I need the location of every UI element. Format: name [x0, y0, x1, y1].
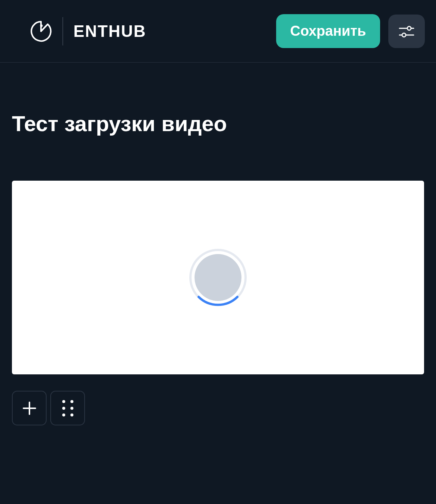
action-buttons: [12, 391, 424, 425]
svg-point-4: [402, 33, 406, 37]
brand-name: ENTHUB: [73, 22, 146, 41]
logo-container: ENTHUB: [30, 17, 146, 45]
page-title: Тест загрузки видео: [12, 111, 424, 136]
loading-spinner: [189, 248, 247, 307]
drag-dots-icon: [62, 400, 73, 416]
save-button[interactable]: Сохранить: [276, 14, 380, 48]
header-actions: Сохранить: [276, 14, 425, 48]
svg-point-0: [40, 24, 43, 27]
main-content: Тест загрузки видео: [0, 63, 436, 425]
sliders-icon: [397, 22, 416, 41]
header: ENTHUB Сохранить: [0, 0, 436, 63]
settings-button[interactable]: [388, 15, 425, 48]
spinner-fill: [195, 254, 241, 301]
logo-divider: [63, 17, 63, 45]
drag-handle-button[interactable]: [50, 391, 85, 425]
video-upload-card: [12, 181, 424, 374]
pacman-icon: [30, 20, 52, 42]
plus-icon: [23, 402, 36, 415]
svg-point-2: [407, 26, 411, 30]
add-button[interactable]: [12, 391, 47, 425]
